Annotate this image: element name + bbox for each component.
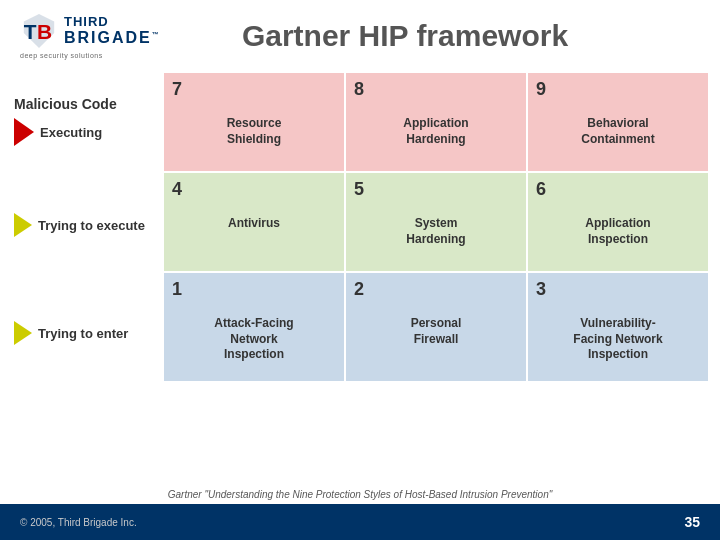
footer-copyright: © 2005, Third Brigade Inc. bbox=[20, 517, 137, 528]
header: T B THIRD BRIGADE™ deep security solutio… bbox=[0, 0, 720, 67]
cell-1-text: Attack-FacingNetworkInspection bbox=[172, 316, 336, 363]
trying-enter-arrow bbox=[14, 321, 32, 345]
cell-2-number: 2 bbox=[354, 279, 518, 300]
cell-6-number: 6 bbox=[536, 179, 700, 200]
content-area: Malicious Code Executing Trying to execu… bbox=[0, 71, 720, 391]
executing-row: Executing bbox=[14, 118, 162, 146]
trying-enter-label: Trying to enter bbox=[38, 326, 128, 341]
executing-label: Executing bbox=[40, 125, 102, 140]
cell-9-number: 9 bbox=[536, 79, 700, 100]
logo-icon: T B bbox=[20, 12, 58, 50]
cell-8: 8 ApplicationHardening bbox=[345, 72, 527, 172]
executing-arrow bbox=[14, 118, 34, 146]
grid-row-mid: 4 Antivirus 5 SystemHardening 6 Applicat… bbox=[163, 172, 709, 272]
cell-3: 3 Vulnerability-Facing NetworkInspection bbox=[527, 272, 709, 382]
cell-3-text: Vulnerability-Facing NetworkInspection bbox=[536, 316, 700, 363]
left-column: Malicious Code Executing Trying to execu… bbox=[14, 71, 162, 391]
cell-9: 9 BehavioralContainment bbox=[527, 72, 709, 172]
cell-4: 4 Antivirus bbox=[163, 172, 345, 272]
malicious-code-label: Malicious Code bbox=[14, 96, 162, 112]
cell-7-number: 7 bbox=[172, 79, 336, 100]
trying-enter-section: Trying to enter bbox=[14, 279, 162, 391]
page-title: Gartner HIP framework bbox=[150, 19, 700, 53]
trying-execute-section: Trying to execute bbox=[14, 175, 162, 279]
cell-5-number: 5 bbox=[354, 179, 518, 200]
trying-execute-arrow bbox=[14, 213, 32, 237]
cell-5-text: SystemHardening bbox=[354, 216, 518, 247]
trying-execute-row: Trying to execute bbox=[14, 213, 162, 237]
cell-1-number: 1 bbox=[172, 279, 336, 300]
logo-text: THIRD BRIGADE™ bbox=[64, 15, 161, 47]
cell-4-text: Antivirus bbox=[172, 216, 336, 232]
cell-2: 2 PersonalFirewall bbox=[345, 272, 527, 382]
cell-9-text: BehavioralContainment bbox=[536, 116, 700, 147]
footer-bar: © 2005, Third Brigade Inc. 35 bbox=[0, 504, 720, 540]
cell-6: 6 ApplicationInspection bbox=[527, 172, 709, 272]
logo-third-label: THIRD bbox=[64, 15, 161, 29]
executing-section: Malicious Code Executing bbox=[14, 71, 162, 175]
logo: T B THIRD BRIGADE™ deep security solutio… bbox=[20, 12, 150, 59]
cell-2-text: PersonalFirewall bbox=[354, 316, 518, 347]
grid-table: 7 ResourceShielding 8 ApplicationHardeni… bbox=[162, 71, 710, 383]
trying-execute-label: Trying to execute bbox=[38, 218, 145, 233]
grid-row-top: 7 ResourceShielding 8 ApplicationHardeni… bbox=[163, 72, 709, 172]
svg-text:B: B bbox=[37, 20, 52, 43]
svg-text:T: T bbox=[24, 20, 37, 43]
footer-quote: Gartner "Understanding the Nine Protecti… bbox=[0, 489, 720, 500]
cell-7: 7 ResourceShielding bbox=[163, 72, 345, 172]
cell-6-text: ApplicationInspection bbox=[536, 216, 700, 247]
grid-area: 7 ResourceShielding 8 ApplicationHardeni… bbox=[162, 71, 710, 391]
grid-row-bot: 1 Attack-FacingNetworkInspection 2 Perso… bbox=[163, 272, 709, 382]
trying-enter-row: Trying to enter bbox=[14, 321, 162, 345]
logo-sub-label: deep security solutions bbox=[20, 52, 103, 59]
footer-page-number: 35 bbox=[684, 514, 700, 530]
cell-3-number: 3 bbox=[536, 279, 700, 300]
logo-brigade-label: BRIGADE™ bbox=[64, 29, 161, 47]
cell-7-text: ResourceShielding bbox=[172, 116, 336, 147]
cell-8-number: 8 bbox=[354, 79, 518, 100]
cell-1: 1 Attack-FacingNetworkInspection bbox=[163, 272, 345, 382]
cell-4-number: 4 bbox=[172, 179, 336, 200]
cell-8-text: ApplicationHardening bbox=[354, 116, 518, 147]
cell-5: 5 SystemHardening bbox=[345, 172, 527, 272]
